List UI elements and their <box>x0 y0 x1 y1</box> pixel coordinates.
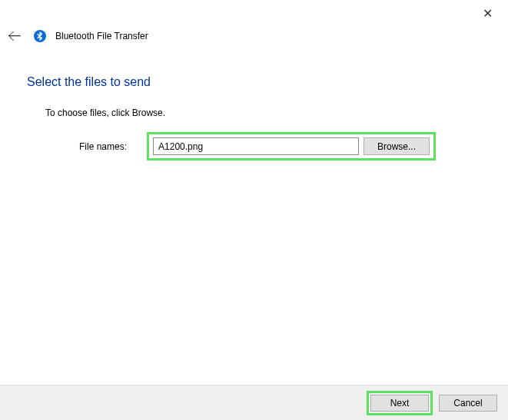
wizard-footer: Next Cancel <box>0 385 508 420</box>
back-arrow-icon[interactable]: 🡠 <box>5 29 25 43</box>
cancel-button[interactable]: Cancel <box>439 395 497 412</box>
close-icon[interactable]: ✕ <box>476 3 499 24</box>
next-button-highlight: Next <box>367 391 433 415</box>
browse-button[interactable]: Browse... <box>364 137 430 155</box>
instruction-text: To choose files, click Browse. <box>45 107 508 118</box>
next-button[interactable]: Next <box>370 395 429 412</box>
file-input-highlight: Browse... <box>147 132 436 160</box>
file-names-input[interactable] <box>153 137 359 155</box>
page-heading: Select the files to send <box>27 75 508 89</box>
wizard-content: Select the files to send To choose files… <box>0 43 508 160</box>
bluetooth-icon <box>34 30 46 42</box>
file-names-label: File names: <box>79 141 127 152</box>
file-selection-row: File names: Browse... <box>79 132 508 160</box>
window-title: Bluetooth File Transfer <box>55 31 148 41</box>
wizard-header: 🡠 Bluetooth File Transfer <box>0 0 508 43</box>
